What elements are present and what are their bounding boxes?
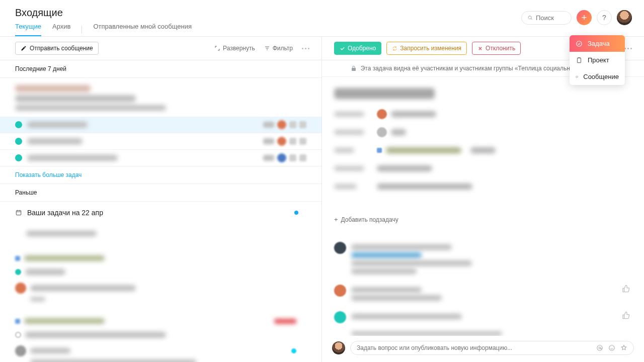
detail-content[interactable]: Добавить подзадачу xyxy=(322,77,644,336)
reject-button[interactable]: Отклонить xyxy=(472,42,521,55)
activity-line xyxy=(351,331,502,336)
list-item xyxy=(0,307,321,362)
svg-point-0 xyxy=(577,41,582,46)
search-box[interactable] xyxy=(521,11,572,25)
tab-sent[interactable]: Отправленные мной сообщения xyxy=(93,23,192,36)
composer-area xyxy=(322,336,644,362)
task-title xyxy=(334,88,632,99)
show-more-link[interactable]: Показать больше задач xyxy=(0,166,321,184)
request-changes-button[interactable]: Запросить изменения xyxy=(386,42,467,55)
refresh-icon xyxy=(392,46,397,51)
section-recent: Последние 7 дней xyxy=(0,60,321,78)
comment-item xyxy=(334,311,632,323)
comment-item xyxy=(334,242,632,277)
date-task-label: Ваши задачи на 22 апр xyxy=(27,209,103,217)
profile-avatar[interactable] xyxy=(617,10,632,25)
filter-button[interactable]: Фильтр xyxy=(264,45,293,52)
tab-current[interactable]: Текущие xyxy=(15,23,41,36)
task-checkbox[interactable] xyxy=(15,138,22,145)
dropdown-item-task[interactable]: Задача xyxy=(570,35,625,52)
expand-icon xyxy=(214,45,220,51)
lock-icon xyxy=(351,65,357,71)
body: Отправить сообщение Развернуть Фильтр По… xyxy=(0,37,644,362)
composer-input[interactable] xyxy=(357,344,596,351)
composer-avatar xyxy=(332,341,345,354)
compose-label: Отправить сообщение xyxy=(30,45,93,52)
task-checkbox[interactable] xyxy=(15,121,22,128)
edit-icon xyxy=(21,45,27,51)
filter-icon xyxy=(264,45,270,51)
page-title: Входящие xyxy=(15,7,521,19)
inbox-pane: Отправить сообщение Развернуть Фильтр По… xyxy=(0,37,322,362)
svg-point-5 xyxy=(609,345,615,351)
add-subtask-button[interactable]: Добавить подзадачу xyxy=(334,216,398,223)
close-icon xyxy=(477,46,483,51)
date-task-row[interactable]: Ваши задачи на 22 апр xyxy=(0,202,321,224)
more-button[interactable] xyxy=(302,48,309,49)
search-icon xyxy=(528,15,533,21)
clipboard-icon xyxy=(576,57,583,64)
header-tabs: Текущие Архив Отправленные мной сообщени… xyxy=(15,23,521,36)
task-row[interactable] xyxy=(0,133,321,150)
like-icon[interactable] xyxy=(622,311,630,319)
tab-separator xyxy=(82,26,82,34)
task-row[interactable] xyxy=(0,117,321,133)
list-item xyxy=(0,242,321,307)
task-meta xyxy=(334,105,632,196)
comments-list xyxy=(334,242,632,336)
comment-item xyxy=(334,285,632,303)
task-checkbox[interactable] xyxy=(15,154,22,161)
approve-button[interactable]: Одобрено xyxy=(334,42,381,55)
header: Входящие Текущие Архив Отправленные мной… xyxy=(0,0,644,37)
list-item xyxy=(0,224,321,242)
inbox-list[interactable]: Последние 7 дней xyxy=(0,60,321,362)
section-earlier: Раньше xyxy=(0,184,321,202)
star-icon[interactable] xyxy=(620,344,627,351)
compose-button[interactable]: Отправить сообщение xyxy=(15,42,99,55)
search-input[interactable] xyxy=(536,14,565,22)
mention-icon[interactable] xyxy=(596,344,603,351)
tab-archive[interactable]: Архив xyxy=(52,23,70,36)
detail-more-button[interactable] xyxy=(624,48,632,49)
dropdown-item-message[interactable]: Сообщение xyxy=(570,68,625,85)
dropdown-item-label: Проект xyxy=(588,56,609,64)
emoji-icon[interactable] xyxy=(608,344,615,351)
check-icon xyxy=(340,46,345,51)
svg-rect-1 xyxy=(578,58,581,62)
list-item xyxy=(0,78,321,117)
dropdown-item-label: Задача xyxy=(588,40,610,47)
svg-rect-2 xyxy=(16,211,21,215)
add-button[interactable]: + xyxy=(577,10,592,25)
task-detail-pane: Одобрено Запросить изменения Отклонить Э… xyxy=(322,37,644,362)
dropdown-item-project[interactable]: Проект xyxy=(570,52,625,68)
task-row[interactable] xyxy=(0,150,321,166)
create-dropdown: Задача Проект Сообщение xyxy=(570,35,625,85)
like-icon[interactable] xyxy=(622,285,630,293)
expand-button[interactable]: Развернуть xyxy=(214,45,255,52)
comment-composer[interactable] xyxy=(350,341,634,355)
check-circle-icon xyxy=(576,40,583,47)
unread-dot xyxy=(294,211,298,215)
help-button[interactable]: ? xyxy=(597,10,612,25)
calendar-icon xyxy=(15,209,22,216)
dropdown-item-label: Сообщение xyxy=(583,73,619,80)
inbox-toolbar: Отправить сообщение Развернуть Фильтр xyxy=(0,37,321,60)
chat-icon xyxy=(576,73,578,80)
